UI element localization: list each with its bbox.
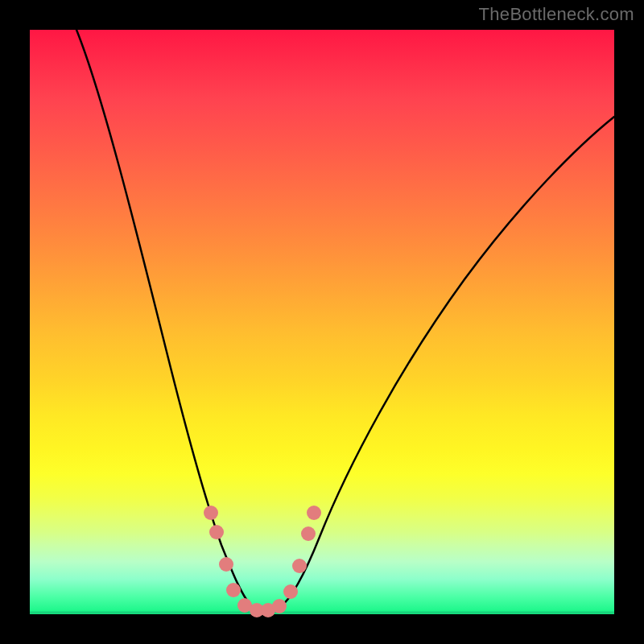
svg-point-7 bbox=[272, 599, 287, 613]
svg-point-9 bbox=[292, 559, 307, 573]
svg-point-11 bbox=[307, 506, 321, 520]
svg-point-1 bbox=[209, 525, 224, 539]
watermark-text: TheBottleneck.com bbox=[479, 4, 634, 25]
svg-point-2 bbox=[219, 557, 233, 572]
svg-point-0 bbox=[204, 506, 218, 520]
svg-point-10 bbox=[301, 526, 316, 541]
valley-markers bbox=[204, 506, 321, 617]
chart-svg bbox=[30, 30, 614, 614]
chart-frame: TheBottleneck.com bbox=[0, 0, 644, 644]
plot-area bbox=[30, 30, 614, 614]
bottleneck-curve bbox=[76, 30, 614, 611]
svg-point-8 bbox=[283, 584, 298, 599]
svg-point-3 bbox=[226, 583, 241, 597]
